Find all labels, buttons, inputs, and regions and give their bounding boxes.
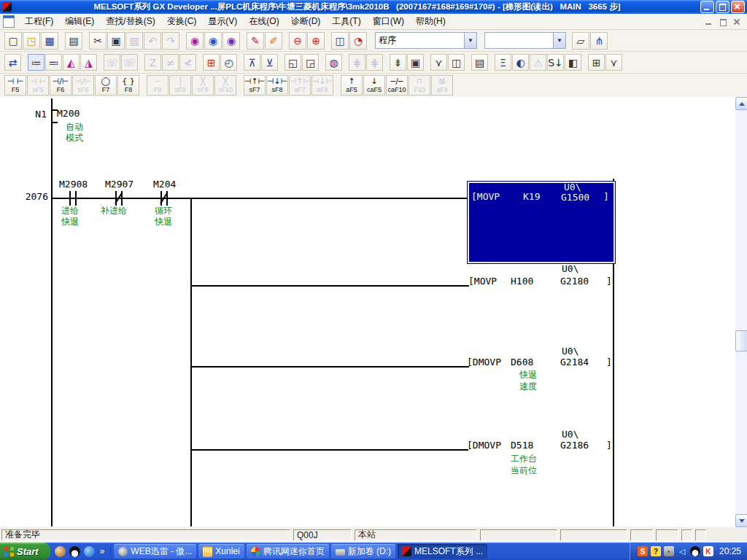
quicklaunch-coolpro-icon[interactable] bbox=[55, 546, 66, 557]
open-button[interactable]: ◳ bbox=[23, 32, 40, 50]
buffer-memory-button[interactable]: ◐ bbox=[512, 54, 529, 71]
child-close-button[interactable] bbox=[731, 17, 743, 27]
task-web-thunder[interactable]: WEB迅雷 - 傲... bbox=[114, 544, 196, 559]
step-run-button[interactable]: ⇟ bbox=[390, 54, 406, 71]
kaspersky-tray-icon[interactable]: K bbox=[703, 546, 713, 556]
horizontal-line-button[interactable]: ─ F9 bbox=[147, 75, 169, 96]
closed-branch-button[interactable]: ⊣/⊢ sF6 bbox=[72, 75, 94, 96]
ladder-write-button[interactable]: ✎ bbox=[247, 32, 264, 50]
structured-view-button[interactable]: ⋔ bbox=[590, 32, 608, 50]
child-minimize-button[interactable] bbox=[703, 17, 715, 27]
data-list-button[interactable]: ▤ bbox=[471, 54, 488, 71]
quicklaunch-media-icon[interactable] bbox=[84, 546, 95, 557]
qq-tray-icon[interactable] bbox=[690, 546, 700, 556]
rising-pulse-button[interactable]: ⊣↑⊢ sF7 bbox=[244, 75, 266, 96]
scrollbar-thumb[interactable] bbox=[735, 330, 747, 351]
remote-monitor-button[interactable]: ☏ bbox=[121, 54, 138, 71]
open-contact-button[interactable]: ⊣ ⊢ F5 bbox=[4, 75, 26, 96]
cut-button[interactable]: ✂ bbox=[89, 32, 107, 50]
menu-window[interactable]: 窗口(W) bbox=[367, 14, 410, 29]
task-melsoft[interactable]: MELSOFT系列 ... bbox=[398, 544, 487, 559]
quicklaunch-chevron[interactable]: » bbox=[98, 546, 107, 556]
falling-edge-button[interactable]: ↓ caF5 bbox=[363, 75, 385, 96]
rising-pulse-branch-button[interactable]: ⊣↑⊢ aF7 bbox=[289, 75, 311, 96]
monitor-mode-button[interactable]: ◍ bbox=[325, 54, 342, 71]
invert-result-button[interactable]: ─/─ caF10 bbox=[386, 75, 408, 96]
task-xunlei[interactable]: Xunlei bbox=[198, 544, 244, 559]
menu-convert[interactable]: 变换(C) bbox=[161, 14, 203, 29]
application-instruction-button[interactable]: { } F8 bbox=[117, 75, 139, 96]
menu-help[interactable]: 帮助(H) bbox=[410, 14, 452, 29]
coil-button[interactable]: ◯ F7 bbox=[95, 75, 117, 96]
print-button[interactable]: ▤ bbox=[65, 32, 82, 50]
start-button[interactable]: Start bbox=[0, 542, 50, 560]
task-volume-d[interactable]: 新加卷 (D:) bbox=[331, 544, 395, 559]
window-cascade-button[interactable]: ◱ bbox=[285, 54, 301, 71]
quicklaunch-qq-icon[interactable] bbox=[69, 546, 80, 557]
copy-button[interactable]: ▣ bbox=[107, 32, 125, 50]
device-edit-button[interactable]: ◮ bbox=[80, 54, 97, 71]
close-button[interactable] bbox=[731, 1, 745, 13]
scroll-down-button[interactable] bbox=[735, 514, 747, 527]
clock-setting-button[interactable]: ◴ bbox=[220, 54, 237, 71]
monitor-row-button[interactable]: ⋕ bbox=[349, 54, 365, 71]
sfc-block-button[interactable]: ◧ bbox=[565, 54, 581, 71]
find-button[interactable]: ◉ bbox=[186, 32, 204, 50]
find-replace-button[interactable]: ◉ bbox=[204, 32, 222, 50]
delete-hline-button[interactable]: ╳ cF9 bbox=[192, 75, 214, 96]
chevron-down-icon[interactable]: ▼ bbox=[464, 33, 476, 48]
project-data-list-button[interactable]: ≔ bbox=[28, 54, 44, 71]
zoom-block-button[interactable]: ⊞ bbox=[588, 54, 605, 71]
edge-relay-button[interactable]: ⊓ F10 bbox=[409, 75, 430, 96]
minimize-button[interactable] bbox=[700, 1, 714, 13]
menu-tools[interactable]: 工具(T) bbox=[326, 14, 366, 29]
open-branch-button[interactable]: ⊣ ⊢ sF5 bbox=[27, 75, 49, 96]
document-icon[interactable] bbox=[3, 15, 15, 28]
falling-pulse-button[interactable]: ⊣↓⊢ sF8 bbox=[266, 75, 288, 96]
task-tencent-mini[interactable]: 腾讯网迷你首页 bbox=[247, 544, 329, 559]
monitor-write-button[interactable]: ⋕ bbox=[366, 54, 383, 71]
program-compare-button[interactable]: ◫ bbox=[448, 54, 465, 71]
zoom-in-button[interactable]: ⊕ bbox=[307, 32, 325, 50]
program-branch-button[interactable]: ⋎ bbox=[430, 54, 447, 71]
menu-diagnostics[interactable]: 诊断(D) bbox=[285, 14, 327, 29]
window-tile-button[interactable]: ◲ bbox=[302, 54, 319, 71]
find-combobox[interactable]: ▼ bbox=[484, 32, 566, 49]
line-delete-button[interactable]: ≮ bbox=[179, 54, 196, 71]
write-to-plc-button[interactable]: ⊻ bbox=[261, 54, 278, 71]
zoom-out-button[interactable]: ⊖ bbox=[289, 32, 306, 50]
new-button[interactable]: ▢ bbox=[4, 32, 22, 50]
device-memory-button[interactable]: ⊞ bbox=[203, 54, 220, 71]
tile-window-button[interactable]: ◫ bbox=[331, 32, 349, 50]
save-button[interactable]: ▦ bbox=[41, 32, 58, 50]
delete-vline-button[interactable]: ╳ cF10 bbox=[214, 75, 236, 96]
line-edit-button[interactable]: ≠ bbox=[162, 54, 179, 71]
clock[interactable]: 20:25 bbox=[719, 546, 741, 556]
vertical-scrollbar[interactable] bbox=[735, 97, 747, 527]
help-tray-icon[interactable]: ? bbox=[651, 546, 661, 556]
child-restore-button[interactable] bbox=[717, 17, 729, 27]
sampling-trace-button[interactable]: Ξ bbox=[495, 54, 511, 71]
remote-operation-button[interactable]: ☏ bbox=[104, 54, 120, 71]
program-combobox[interactable]: 程序 ▼ bbox=[375, 32, 477, 49]
menu-view[interactable]: 显示(V) bbox=[202, 14, 243, 29]
ladder-monitor-write-button[interactable]: ✐ bbox=[265, 32, 282, 50]
device-search-button[interactable]: ◭ bbox=[63, 54, 80, 71]
menu-edit[interactable]: 编辑(E) bbox=[59, 14, 100, 29]
project-verify-button[interactable]: ◔ bbox=[349, 32, 367, 50]
transfer-setup-button[interactable]: ⇄ bbox=[4, 54, 21, 71]
error-jump-button[interactable]: ⚠ bbox=[530, 54, 546, 71]
selected-instruction-cell[interactable]: [MOVP K19 U0\ G1500 ] bbox=[467, 181, 616, 264]
paste-button[interactable]: ▥ bbox=[125, 32, 143, 50]
sogou-tray-icon[interactable]: S bbox=[638, 546, 648, 556]
collapse-tray-icon[interactable]: ◁ bbox=[677, 546, 687, 556]
doc-create-button[interactable]: ▱ bbox=[572, 32, 589, 50]
falling-pulse-branch-button[interactable]: ⊣↓⊢ aF8 bbox=[311, 75, 333, 96]
data-edit-button[interactable]: ≕ bbox=[45, 54, 62, 71]
hardware-tray-icon[interactable]: ▪ bbox=[664, 546, 674, 556]
ladder-editor[interactable]: N1 M200 自动 模式 2076 M2908 进给 快退 M2907 补进给… bbox=[0, 97, 735, 527]
menu-find-replace[interactable]: 查找/替换(S) bbox=[100, 14, 160, 29]
vertical-line-button[interactable]: │ sF9 bbox=[169, 75, 191, 96]
read-from-plc-button[interactable]: ⊼ bbox=[244, 54, 260, 71]
delete-button[interactable]: ⊠ aF9 bbox=[431, 75, 453, 96]
